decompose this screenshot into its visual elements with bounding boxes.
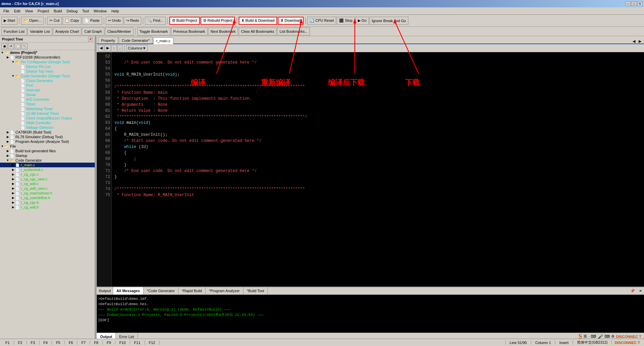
- tree-item-22[interactable]: ▶📄Startup: [0, 153, 95, 158]
- nav-next[interactable]: ↓: [117, 45, 123, 52]
- menu-project[interactable]: Project: [35, 8, 51, 14]
- tab-r-main[interactable]: r_main.c: [153, 37, 173, 44]
- pt-icon1[interactable]: ◼: [1, 43, 7, 49]
- tree-item-9[interactable]: 📄Serial: [0, 92, 95, 97]
- editor-nav-right[interactable]: ▶: [637, 39, 643, 44]
- analysis-chart-btn[interactable]: Analysis Chart: [53, 27, 81, 35]
- go-btn[interactable]: ▶ Go: [355, 17, 369, 25]
- output-tab-cg[interactable]: *Code Generator: [144, 287, 178, 294]
- call-graph-btn[interactable]: Call Graph: [82, 27, 104, 35]
- open-btn[interactable]: 📂 Open...: [21, 17, 44, 25]
- tree-item-20[interactable]: ▼📁File: [0, 144, 95, 149]
- menu-build[interactable]: Build: [52, 8, 64, 14]
- tree-item-17[interactable]: ▶📄CA78K0R (Build Tool): [0, 130, 95, 135]
- close-btn[interactable]: ✕: [637, 1, 643, 6]
- output-pin[interactable]: 📌: [628, 287, 637, 294]
- tree-item-24[interactable]: ▶📄r_main.c: [0, 163, 95, 167]
- tree-item-13[interactable]: 📄12-Bit Interval Timer: [0, 111, 95, 116]
- pt-pin-btn[interactable]: 📌: [88, 37, 93, 41]
- tab-code-generator[interactable]: Code Generator*: [119, 37, 153, 44]
- menu-debug[interactable]: Debug: [65, 8, 79, 14]
- toggle-bookmark-btn[interactable]: Toggle Bookmark: [137, 27, 170, 35]
- tree-item-12[interactable]: 📄Watchdog Timer: [0, 106, 95, 111]
- find-btn[interactable]: 🔍 Find...: [145, 17, 166, 25]
- cut-btn[interactable]: ✂ Cut: [47, 17, 62, 25]
- start-btn[interactable]: ▶ Start: [1, 17, 17, 25]
- cpu-reset-btn[interactable]: 🔄 CPU Reset: [307, 17, 336, 25]
- output-tab-bt[interactable]: *Build Tool: [243, 287, 268, 294]
- tree-item-28[interactable]: ▶📄r_cg_wdt.c: [0, 181, 95, 186]
- tree-item-4[interactable]: 📄Device Top View: [0, 69, 95, 74]
- menu-tool[interactable]: Tool: [80, 8, 91, 14]
- tab-property[interactable]: Property: [98, 37, 118, 44]
- tree-expand-icon[interactable]: ▼: [11, 60, 15, 64]
- tree-item-11[interactable]: 📄Timer: [0, 102, 95, 106]
- nav-back[interactable]: ◀: [98, 45, 104, 52]
- next-bookmark-btn[interactable]: Next Bookmark: [208, 27, 238, 35]
- tree-item-23[interactable]: ▼📂Code Generator: [0, 158, 95, 163]
- build-download-btn[interactable]: ⬇ Build & Download: [239, 17, 277, 25]
- class-member-btn[interactable]: Class/Member: [105, 27, 134, 35]
- maximize-btn[interactable]: □: [631, 1, 637, 6]
- tree-expand-icon[interactable]: ▼: [5, 159, 10, 162]
- ignore-break-btn[interactable]: Ignore Break and Go: [370, 17, 408, 25]
- editor-nav-left[interactable]: ◀: [631, 39, 637, 44]
- tree-item-26[interactable]: ▶📄r_cg_cgc.c: [0, 172, 95, 177]
- nav-prev[interactable]: ↑: [111, 45, 117, 52]
- tree-item-32[interactable]: ▶📄r_cg_cgc.h: [0, 200, 95, 205]
- menu-window[interactable]: Window: [92, 8, 109, 14]
- tree-expand-icon[interactable]: ▼: [0, 145, 5, 148]
- tree-item-21[interactable]: ▶📄Build tool generated files: [0, 149, 95, 153]
- code-area[interactable]: 5253545556575859606162636465666768697071…: [97, 52, 644, 286]
- tree-item-19[interactable]: ▶📄Program Analyzer (Analyze Tool): [0, 139, 95, 144]
- prev-bookmark-btn[interactable]: Previous Bookmark: [171, 27, 208, 35]
- build-project-btn[interactable]: ⚙ Build Project: [169, 17, 200, 25]
- copy-btn[interactable]: 📋 Copy: [63, 17, 82, 25]
- undo-btn[interactable]: ↩ Undo: [106, 17, 123, 25]
- download-btn[interactable]: ⬇ Download: [278, 17, 304, 25]
- tree-item-30[interactable]: ▶📄r_cg_macrodriver.h: [0, 191, 95, 195]
- pt-icon3[interactable]: 📋: [15, 43, 21, 49]
- menu-file[interactable]: File: [1, 8, 11, 14]
- tree-item-16[interactable]: 📄Voltage Detector: [0, 125, 95, 130]
- tree-item-14[interactable]: 📄Clock Output/Buzzer Output: [0, 116, 95, 120]
- tree-item-15[interactable]: 📄DMA Controller: [0, 120, 95, 125]
- tree-item-3[interactable]: 📄Device Pin List: [0, 64, 95, 69]
- menu-edit[interactable]: Edit: [12, 8, 22, 14]
- output-tab-pa[interactable]: *Program Analyzer: [206, 287, 243, 294]
- tree-item-5[interactable]: ▼📂Code Generator (Design Tool): [0, 74, 95, 78]
- variable-list-btn[interactable]: Variable List: [27, 27, 52, 35]
- stop-btn[interactable]: ⬛ Stop: [337, 17, 355, 25]
- tree-item-27[interactable]: ▶📄r_cg_cgc_user.c: [0, 177, 95, 181]
- tree-expand-icon[interactable]: ▼: [0, 51, 5, 54]
- tree-item-8[interactable]: 📄Interrupt: [0, 88, 95, 92]
- project-tree-content[interactable]: ▼📁demo (Project)*▶📄R5F10268 (Microcontro…: [0, 50, 95, 340]
- tree-item-0[interactable]: ▼📁demo (Project)*: [0, 50, 95, 55]
- tree-item-7[interactable]: 📄Port: [0, 83, 95, 88]
- tree-item-10[interactable]: 📄A/D Converter: [0, 97, 95, 102]
- tree-item-1[interactable]: ▶📄R5F10268 (Microcontroller): [0, 55, 95, 60]
- output-tab-rb[interactable]: *Rapid Build: [178, 287, 206, 294]
- minimize-btn[interactable]: —: [625, 1, 631, 6]
- columns-btn[interactable]: Columns▼: [126, 45, 148, 52]
- tree-item-33[interactable]: ▶📄r_cg_wdt.h: [0, 205, 95, 209]
- tree-item-31[interactable]: ▶📄r_cg_userdefine.h: [0, 195, 95, 200]
- list-bookmarks-btn[interactable]: List Bookmarks...: [277, 27, 310, 35]
- tree-item-18[interactable]: ▶📄RL78 Simulator (Debug Tool): [0, 135, 95, 139]
- paste-btn[interactable]: 📄 Paste: [82, 17, 102, 25]
- tree-item-2[interactable]: ▼📂Pin Configurator (Design Tool): [0, 60, 95, 64]
- menu-help[interactable]: Help: [109, 8, 121, 14]
- tree-item-25[interactable]: ▶📄r_systeminit.c: [0, 167, 95, 172]
- title-bar-controls[interactable]: — □ ✕: [625, 1, 643, 6]
- clear-bookmarks-btn[interactable]: Clear All Bookmarks: [239, 27, 276, 35]
- menu-view[interactable]: View: [23, 8, 35, 14]
- pt-icon2[interactable]: ↺: [8, 43, 14, 49]
- tree-expand-icon[interactable]: ▼: [11, 74, 15, 78]
- pt-icon4[interactable]: 🔧: [21, 43, 27, 49]
- tree-item-29[interactable]: ▶📄r_cg_wdt_user.c: [0, 186, 95, 191]
- output-close[interactable]: ✕: [637, 287, 644, 294]
- rebuild-project-btn[interactable]: ⚙ Rebuild Project: [200, 17, 235, 25]
- output-tab-all[interactable]: All Messages: [113, 287, 144, 294]
- tree-item-6[interactable]: 📄Clock Generator: [0, 78, 95, 83]
- code-content[interactable]: /* End user code. Do not edit comment ge…: [112, 52, 644, 286]
